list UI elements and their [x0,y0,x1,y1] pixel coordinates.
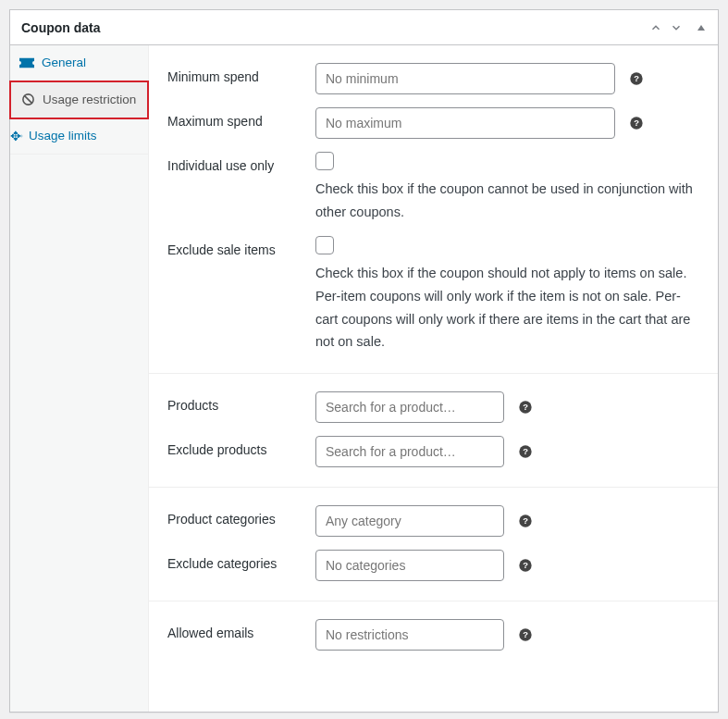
label-exclude-products: Exclude products [167,436,315,457]
field-minimum-spend: Minimum spend ? [149,56,718,101]
svg-text:?: ? [634,74,639,83]
help-icon[interactable]: ? [628,115,645,131]
maximum-spend-input[interactable] [315,107,615,139]
tab-usage-restriction[interactable]: Usage restriction [11,82,147,118]
label-maximum-spend: Maximum spend [167,107,315,129]
tab-general[interactable]: General [10,45,148,81]
svg-line-2 [24,95,32,104]
allowed-emails-input[interactable] [315,619,504,651]
ticket-icon [19,56,34,70]
tab-label: General [42,55,86,71]
tab-content: Minimum spend ? Maximum spend [149,45,718,712]
exclude-sale-desc: Check this box if the coupon should not … [315,262,699,353]
tab-label: Usage restriction [43,92,136,108]
help-icon[interactable]: ? [517,513,534,529]
svg-text:?: ? [523,516,528,526]
svg-text:?: ? [523,447,528,456]
exclude-products-input[interactable] [315,436,504,467]
tab-usage-limits[interactable]: ✥ Usage limits [10,118,148,155]
panel-controls [649,21,707,34]
svg-text:?: ? [634,118,639,128]
help-icon[interactable]: ? [517,557,534,574]
exclude-sale-checkbox[interactable] [315,236,334,254]
individual-use-checkbox[interactable] [315,152,334,170]
move-up-icon[interactable] [649,21,662,34]
panel-title: Coupon data [21,20,101,35]
minimum-spend-input[interactable] [315,63,615,94]
svg-text:?: ? [523,403,528,412]
exclude-categories-input[interactable] [315,550,504,581]
panel-body: General Usage restriction ✥ Usag [10,45,718,712]
field-products: Products ? [149,385,718,429]
help-icon[interactable]: ? [517,399,534,415]
label-minimum-spend: Minimum spend [167,63,315,84]
coupon-data-panel: Coupon data General [9,9,719,713]
field-exclude-products: Exclude products ? [149,429,718,474]
label-exclude-categories: Exclude categories [167,550,315,571]
help-icon[interactable]: ? [517,443,534,460]
section-emails: Allowed emails ? [149,601,718,670]
move-down-icon[interactable] [670,21,683,34]
tab-highlight: Usage restriction [9,81,149,120]
individual-use-desc: Check this box if the coupon cannot be u… [315,178,699,223]
section-products: Products ? Exclude products [149,374,718,488]
field-exclude-sale: Exclude sale items Check this box if the… [149,229,718,360]
help-icon[interactable]: ? [628,70,645,87]
field-exclude-categories: Exclude categories ? [149,543,718,588]
panel-header: Coupon data [10,10,718,45]
field-product-categories: Product categories ? [149,499,718,543]
help-icon[interactable]: ? [517,626,534,643]
label-products: Products [167,391,315,413]
side-tabs: General Usage restriction ✥ Usag [10,45,149,712]
section-spend-rules: Minimum spend ? Maximum spend [149,45,718,374]
field-individual-use: Individual use only Check this box if th… [149,145,718,229]
products-input[interactable] [315,391,504,423]
collapse-icon[interactable] [696,22,707,33]
label-individual-use: Individual use only [167,152,315,173]
field-maximum-spend: Maximum spend ? [149,101,718,145]
section-categories: Product categories ? Exclude categories [149,488,718,601]
field-allowed-emails: Allowed emails ? [149,613,718,657]
block-icon [20,93,35,107]
svg-text:?: ? [523,630,528,639]
label-exclude-sale: Exclude sale items [167,236,315,257]
svg-text:?: ? [523,561,528,570]
product-categories-input[interactable] [315,505,504,537]
tab-label: Usage limits [29,128,97,144]
label-allowed-emails: Allowed emails [167,619,315,640]
svg-marker-0 [697,25,705,31]
label-product-categories: Product categories [167,505,315,527]
